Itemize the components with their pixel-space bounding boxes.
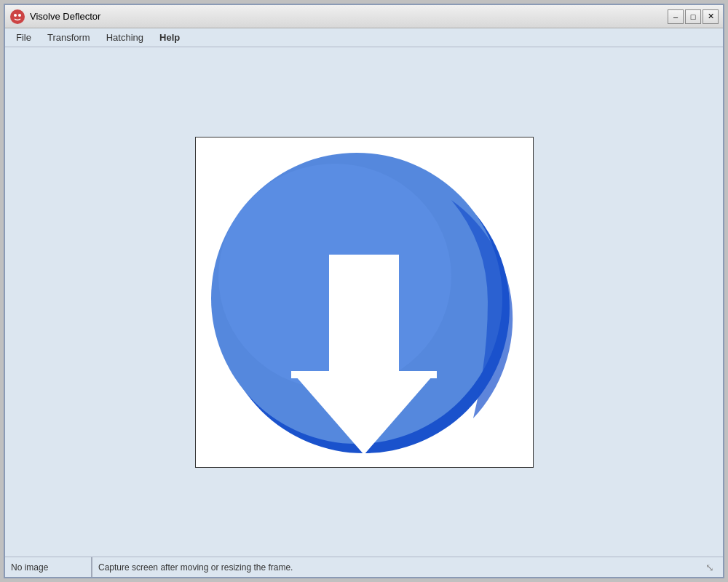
svg-point-2 [18,14,21,17]
status-bar: No image Capture screen after moving or … [5,557,723,577]
window-controls: – □ ✕ [668,9,719,24]
canvas-frame [195,137,534,468]
close-button[interactable]: ✕ [703,9,719,24]
status-image-label: No image [5,557,92,577]
svg-point-1 [14,14,17,17]
maximize-button[interactable]: □ [685,9,701,24]
menu-file[interactable]: File [8,29,39,46]
resize-icon: ⤡ [705,562,717,573]
window-title: Visolve Deflector [30,11,668,22]
main-window: Visolve Deflector – □ ✕ File Transform H… [4,4,724,578]
deflector-image [204,142,524,462]
svg-point-0 [10,9,25,24]
svg-rect-6 [329,255,399,371]
menu-bar: File Transform Hatching Help [5,28,723,47]
app-icon [9,9,25,25]
menu-transform[interactable]: Transform [39,29,98,46]
minimize-button[interactable]: – [668,9,684,24]
menu-help[interactable]: Help [151,29,188,46]
title-bar: Visolve Deflector – □ ✕ [5,5,723,28]
status-message: Capture screen after moving or resizing … [92,562,723,573]
menu-hatching[interactable]: Hatching [98,29,151,46]
content-area [5,47,723,557]
svg-rect-8 [291,371,437,378]
